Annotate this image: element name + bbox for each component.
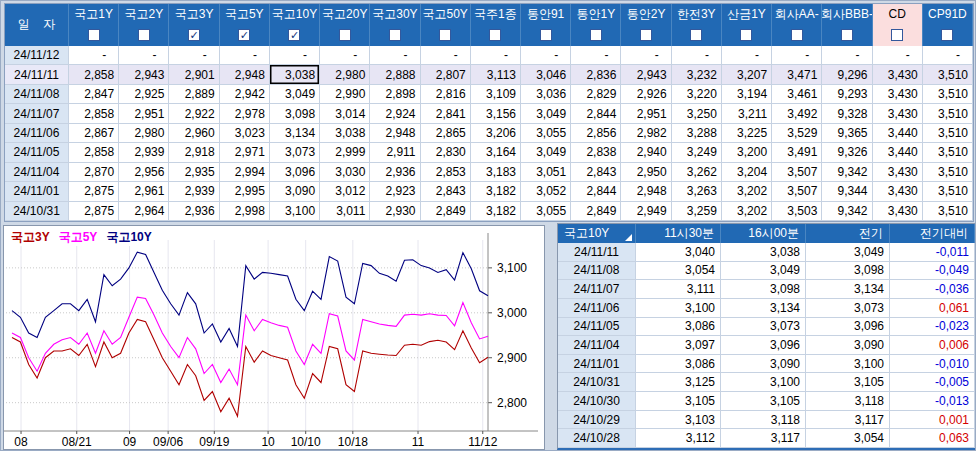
rate-cell[interactable]: 2,939 — [119, 143, 169, 162]
rate-cell[interactable]: 3,109 — [471, 85, 521, 104]
column-checkbox-통안91[interactable] — [540, 29, 552, 41]
rate-cell[interactable]: 2,858 — [69, 143, 119, 162]
rate-cell[interactable]: 2,960 — [169, 124, 219, 143]
quote-header-instrument[interactable]: 국고10Y — [558, 224, 636, 243]
rate-cell[interactable]: - — [169, 46, 219, 65]
rate-cell[interactable]: - — [571, 46, 621, 65]
rate-cell[interactable]: 3,046 — [521, 65, 571, 84]
rate-cell[interactable]: 2,998 — [220, 202, 270, 221]
rate-cell[interactable]: 2,844 — [571, 104, 621, 123]
rate-cell[interactable]: 3,183 — [471, 163, 521, 182]
rate-cell[interactable]: 2,971 — [220, 143, 270, 162]
rate-cell[interactable]: 3,202 — [722, 182, 772, 201]
rate-cell[interactable]: - — [471, 46, 521, 65]
rate-cell[interactable]: 2,935 — [169, 163, 219, 182]
rate-cell[interactable]: 2,865 — [421, 124, 471, 143]
rate-cell[interactable]: 2,858 — [69, 65, 119, 84]
rate-cell[interactable]: 3,204 — [722, 163, 772, 182]
column-checkbox-산금1Y[interactable] — [740, 29, 752, 41]
rate-cell[interactable]: 9,365 — [822, 124, 872, 143]
rate-cell[interactable]: - — [270, 46, 320, 65]
rate-cell[interactable]: 2,867 — [69, 124, 119, 143]
rate-cell[interactable]: 3,100 — [270, 202, 320, 221]
rate-cell[interactable]: 3,164 — [471, 143, 521, 162]
column-checkbox-국고10Y[interactable]: ✓ — [288, 29, 300, 41]
column-checkbox-국고20Y[interactable] — [339, 29, 351, 41]
rate-cell[interactable]: 2,961 — [119, 182, 169, 201]
rate-cell[interactable]: 3,055 — [521, 124, 571, 143]
rate-cell[interactable]: 2,995 — [220, 182, 270, 201]
rate-cell[interactable]: - — [621, 46, 671, 65]
rate-cell[interactable]: 2,940 — [621, 143, 671, 162]
rate-cell[interactable]: 2,847 — [69, 85, 119, 104]
rate-cell[interactable]: 3,510 — [923, 202, 973, 221]
rate-cell[interactable]: - — [119, 46, 169, 65]
rate-cell[interactable]: 2,930 — [370, 202, 420, 221]
rate-cell[interactable]: 3,052 — [521, 182, 571, 201]
rate-cell[interactable]: 2,948 — [220, 65, 270, 84]
rate-cell[interactable]: 2,911 — [370, 143, 420, 162]
rate-cell[interactable]: 2,951 — [621, 104, 671, 123]
rate-cell[interactable]: 2,858 — [69, 104, 119, 123]
rate-cell[interactable]: 3,206 — [471, 124, 521, 143]
rate-cell[interactable]: 2,980 — [320, 65, 370, 84]
rate-cell[interactable]: 3,096 — [270, 163, 320, 182]
column-checkbox-CD[interactable] — [891, 29, 903, 41]
rate-cell[interactable]: 3,510 — [923, 85, 973, 104]
column-checkbox-국주1종[interactable] — [489, 29, 501, 41]
column-checkbox-회사BBB-[interactable] — [841, 29, 853, 41]
rate-cell[interactable]: 3,507 — [772, 163, 822, 182]
rate-cell[interactable]: 3,182 — [471, 202, 521, 221]
rate-cell[interactable]: 2,990 — [320, 85, 370, 104]
rate-cell[interactable]: 9,342 — [822, 202, 872, 221]
rate-cell[interactable]: 2,949 — [621, 202, 671, 221]
rate-cell[interactable]: 2,980 — [119, 124, 169, 143]
column-checkbox-통안2Y[interactable] — [640, 29, 652, 41]
rate-cell[interactable]: - — [873, 46, 923, 65]
rate-cell[interactable]: 3,288 — [672, 124, 722, 143]
rate-cell[interactable]: 2,948 — [621, 182, 671, 201]
rate-cell[interactable]: 2,964 — [119, 202, 169, 221]
rate-cell[interactable]: 3,202 — [722, 202, 772, 221]
rate-cell[interactable]: 2,829 — [571, 85, 621, 104]
rate-cell[interactable]: 3,038 — [270, 65, 320, 84]
rate-cell[interactable]: 3,510 — [923, 104, 973, 123]
rate-cell[interactable]: 2,943 — [119, 65, 169, 84]
rate-cell[interactable]: 3,049 — [270, 85, 320, 104]
rate-cell[interactable]: 3,510 — [923, 124, 973, 143]
rate-cell[interactable]: 2,853 — [421, 163, 471, 182]
rate-cell[interactable]: - — [923, 46, 973, 65]
rate-cell[interactable]: 3,430 — [873, 163, 923, 182]
rate-cell[interactable]: 2,936 — [169, 202, 219, 221]
rate-cell[interactable]: 3,011 — [320, 202, 370, 221]
rate-cell[interactable]: 2,875 — [69, 202, 119, 221]
rate-cell[interactable]: 3,430 — [873, 104, 923, 123]
rate-cell[interactable]: 3,430 — [873, 182, 923, 201]
rate-cell[interactable]: 2,978 — [220, 104, 270, 123]
rate-cell[interactable]: 2,999 — [320, 143, 370, 162]
rate-cell[interactable]: 2,923 — [370, 182, 420, 201]
column-checkbox-국고50Y[interactable] — [439, 29, 451, 41]
rate-cell[interactable]: 2,948 — [370, 124, 420, 143]
rate-cell[interactable]: 3,440 — [873, 124, 923, 143]
rate-cell[interactable]: - — [220, 46, 270, 65]
rate-cell[interactable]: 3,049 — [521, 143, 571, 162]
rate-cell[interactable]: 3,014 — [320, 104, 370, 123]
rate-cell[interactable]: 3,156 — [471, 104, 521, 123]
rate-cell[interactable]: 3,049 — [521, 104, 571, 123]
rate-cell[interactable]: 2,936 — [370, 163, 420, 182]
rate-cell[interactable]: 3,134 — [270, 124, 320, 143]
rate-cell[interactable]: 2,830 — [421, 143, 471, 162]
rate-cell[interactable]: 9,342 — [822, 163, 872, 182]
rate-cell[interactable]: 3,510 — [923, 143, 973, 162]
rate-cell[interactable]: 3,263 — [672, 182, 722, 201]
column-checkbox-한전3Y[interactable] — [690, 29, 702, 41]
rate-cell[interactable]: - — [421, 46, 471, 65]
rate-cell[interactable]: 3,038 — [320, 124, 370, 143]
rate-cell[interactable]: 3,012 — [320, 182, 370, 201]
column-checkbox-국고1Y[interactable] — [88, 29, 100, 41]
rate-cell[interactable]: 3,461 — [772, 85, 822, 104]
rate-cell[interactable]: 2,838 — [571, 143, 621, 162]
rate-cell[interactable]: 3,194 — [722, 85, 772, 104]
rate-cell[interactable]: 2,844 — [571, 182, 621, 201]
